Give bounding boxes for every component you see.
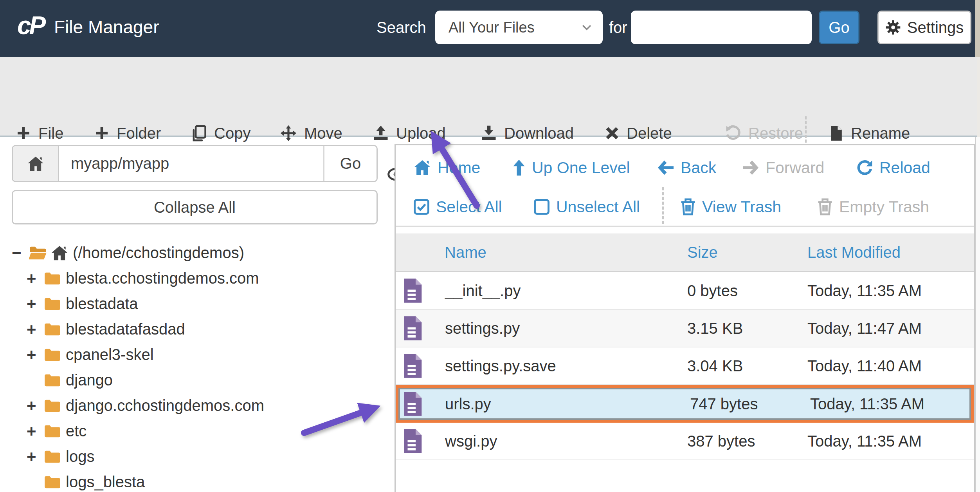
- forward-button[interactable]: Forward: [742, 150, 824, 185]
- window-edge: [977, 57, 980, 137]
- tree-item[interactable]: django: [12, 367, 387, 393]
- tree-item-label: logs: [66, 448, 94, 465]
- tree-item-label: django: [66, 371, 113, 389]
- selection-divider: [662, 187, 664, 224]
- home-icon: [27, 156, 44, 172]
- home-icon: [51, 245, 73, 261]
- file-modified: Today, 11:35 AM: [807, 282, 974, 300]
- collapse-all-button[interactable]: Collapse All: [12, 190, 378, 224]
- view-trash-button[interactable]: View Trash: [680, 189, 781, 224]
- file-name: urls.py: [445, 395, 491, 413]
- tree-item[interactable]: + blestadatafasdad: [12, 317, 387, 342]
- gear-icon: [885, 20, 901, 35]
- expand-expander[interactable]: +: [27, 422, 44, 441]
- expand-expander[interactable]: +: [27, 447, 44, 466]
- up-one-level-label: Up One Level: [532, 159, 630, 177]
- directory-tree: − (/home/cchostingdemos) + blesta.cchost…: [12, 240, 387, 492]
- chevron-down-icon: [580, 21, 593, 34]
- folder-icon: [44, 297, 66, 311]
- file-name: wsgi.py: [445, 432, 497, 450]
- search-for-label: for: [609, 19, 627, 36]
- search-label: Search: [377, 19, 426, 36]
- folder-icon: [44, 450, 66, 464]
- copy-label: Copy: [214, 125, 250, 142]
- table-row[interactable]: settings.py.save 3.04 KB Today, 11:40 AM: [396, 347, 974, 385]
- expand-expander[interactable]: +: [27, 396, 44, 415]
- trash-icon: [680, 198, 696, 215]
- empty-trash-button[interactable]: Empty Trash: [817, 189, 929, 224]
- tree-item-label: etc: [66, 422, 86, 440]
- home-icon: [413, 159, 431, 176]
- download-label: Download: [504, 125, 574, 142]
- file-manager-screen: cP File Manager Search All Your Files fo…: [0, 0, 980, 492]
- trash-icon: [817, 198, 833, 215]
- tree-item[interactable]: + etc: [12, 418, 387, 444]
- page-title: File Manager: [54, 16, 159, 38]
- folder-icon: [44, 271, 66, 286]
- tree-item[interactable]: + blesta.cchostingdemos.com: [12, 266, 387, 291]
- tree-item[interactable]: + blestadata: [12, 291, 387, 317]
- home-nav-label: Home: [438, 159, 480, 177]
- column-header-last-modified[interactable]: Last Modified: [807, 244, 974, 261]
- folder-icon: [44, 373, 66, 387]
- expand-expander[interactable]: +: [27, 345, 44, 364]
- file-name: __init__.py: [445, 282, 521, 300]
- move-icon: [280, 125, 297, 142]
- file-icon: [829, 125, 844, 141]
- file-table-header: Name Size Last Modified: [396, 233, 974, 272]
- file-modified: Today, 11:40 AM: [807, 357, 974, 375]
- file-name: settings.py.save: [445, 357, 556, 375]
- column-header-size[interactable]: Size: [679, 244, 807, 261]
- search-scope-select[interactable]: All Your Files: [435, 11, 603, 44]
- file-modified: Today, 11:35 AM: [810, 395, 971, 413]
- tree-item-label: (/home/cchostingdemos): [73, 244, 244, 262]
- settings-button[interactable]: Settings: [877, 11, 971, 44]
- back-label: Back: [681, 159, 716, 177]
- reload-icon: [857, 159, 873, 176]
- unselect-all-button[interactable]: Unselect All: [533, 189, 640, 224]
- move-label: Move: [304, 125, 342, 142]
- tree-item[interactable]: + cpanel3-skel: [12, 342, 387, 367]
- reload-label: Reload: [879, 159, 930, 177]
- rename-label: Rename: [851, 125, 910, 142]
- file-size: 0 bytes: [679, 282, 807, 300]
- select-all-button[interactable]: Select All: [413, 189, 502, 224]
- expand-expander[interactable]: +: [27, 269, 44, 288]
- column-header-name[interactable]: Name: [396, 244, 679, 261]
- table-row[interactable]: __init__.py 0 bytes Today, 11:35 AM: [396, 272, 974, 310]
- file-modified: Today, 11:47 AM: [807, 320, 974, 337]
- expand-expander[interactable]: +: [27, 320, 44, 339]
- search-input[interactable]: [631, 11, 812, 44]
- table-row[interactable]: wsgi.py 387 bytes Today, 11:35 AM: [396, 423, 974, 460]
- select-all-label: Select All: [436, 198, 502, 216]
- collapse-expander[interactable]: −: [12, 244, 29, 262]
- tree-item[interactable]: + logs: [12, 444, 387, 469]
- folder-open-icon: [29, 246, 51, 260]
- search-go-button[interactable]: Go: [819, 11, 859, 44]
- tree-item-label: blestadatafasdad: [66, 320, 185, 338]
- path-home-button[interactable]: [13, 146, 59, 181]
- reload-button[interactable]: Reload: [857, 150, 930, 185]
- tree-item-root[interactable]: − (/home/cchostingdemos): [12, 240, 387, 266]
- unselect-all-label: Unselect All: [556, 198, 640, 216]
- back-button[interactable]: Back: [657, 150, 716, 185]
- python-file-icon: [402, 429, 422, 454]
- action-toolbar: File Folder Copy Move Upload Download De…: [0, 57, 977, 137]
- tree-item[interactable]: + django.cchostingdemos.com: [12, 393, 387, 418]
- x-delete-icon: [605, 126, 620, 141]
- path-go-button[interactable]: Go: [323, 146, 377, 181]
- table-row[interactable]: settings.py 3.15 KB Today, 11:47 AM: [396, 310, 974, 347]
- file-modified: Today, 11:35 AM: [807, 432, 974, 450]
- up-one-level-button[interactable]: Up One Level: [512, 150, 630, 185]
- copy-icon: [191, 125, 207, 141]
- scrollbar[interactable]: [975, 137, 980, 492]
- table-row-selected[interactable]: urls.py 747 bytes Today, 11:35 AM: [396, 385, 974, 423]
- home-nav-button[interactable]: Home: [413, 150, 480, 185]
- tree-item-label: blesta.cchostingdemos.com: [66, 270, 259, 287]
- path-input[interactable]: [59, 146, 323, 181]
- path-bar: Go: [12, 145, 378, 182]
- python-file-icon: [402, 278, 422, 303]
- tree-item[interactable]: logs_blesta: [12, 469, 387, 492]
- search-scope-value: All Your Files: [449, 19, 535, 36]
- expand-expander[interactable]: +: [27, 295, 44, 313]
